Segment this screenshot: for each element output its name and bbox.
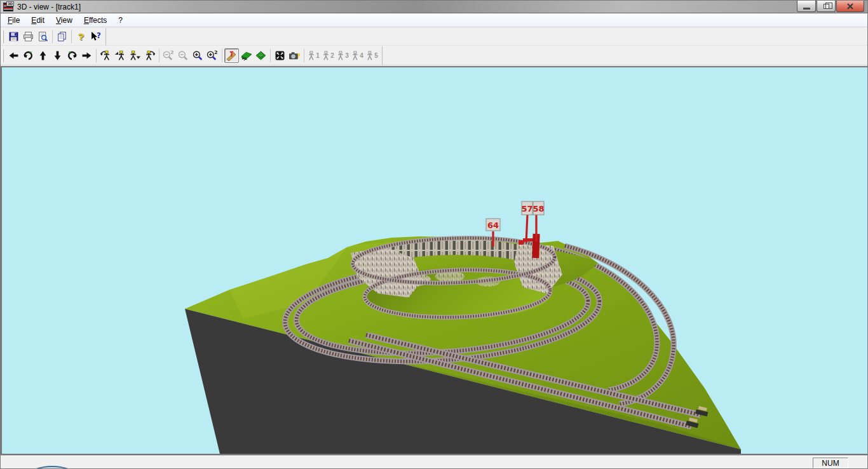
pan-left-button[interactable] (6, 48, 21, 63)
close-icon (846, 3, 854, 10)
zoom-out-2x-button[interactable]: 2 (161, 48, 176, 63)
close-button[interactable] (836, 1, 864, 12)
viewpoint-person-icon (351, 51, 360, 61)
viewpoint-2-button[interactable]: 2 (321, 48, 336, 63)
viewpoint-4-button[interactable]: 4 (350, 48, 365, 63)
zoom-out-icon (178, 50, 189, 61)
arrow-up-icon (37, 50, 48, 61)
toolbar-separator (270, 49, 271, 62)
print-icon (23, 31, 34, 42)
zoom-out-button[interactable] (176, 48, 191, 63)
view-toolbar-band: 2 (1, 46, 383, 65)
toolbar-separator (52, 30, 53, 43)
svg-text:2: 2 (214, 50, 217, 55)
snapshot-button[interactable]: ? (287, 48, 302, 63)
pan-right-button[interactable] (79, 48, 94, 63)
fit-view-icon (275, 50, 285, 61)
menu-file[interactable]: File (2, 15, 25, 26)
help-icon: ? (78, 31, 84, 42)
zoom-out-2x-icon: 2 (163, 50, 175, 61)
app-icon[interactable]: 3D (3, 3, 13, 11)
restore-icon (824, 4, 829, 9)
observer-rotate-right-button[interactable] (142, 48, 157, 63)
context-help-icon: ? (90, 31, 102, 42)
show-terrain-grid-button[interactable] (254, 48, 268, 63)
svg-text:?: ? (97, 31, 101, 40)
track-gradient-toggle-button[interactable] (224, 48, 239, 63)
fit-view-button[interactable] (273, 48, 287, 63)
observer-rotate-left-button[interactable] (98, 48, 113, 63)
zoom-in-2x-icon: 2 (207, 50, 219, 61)
show-roofs-button[interactable] (239, 48, 254, 63)
print-preview-icon (37, 31, 48, 42)
minimize-button[interactable] (797, 1, 816, 12)
track-gradient-icon (226, 50, 237, 61)
zoom-in-icon (193, 50, 203, 61)
arrow-right-icon (81, 50, 92, 61)
marker-red-base (519, 240, 524, 245)
rotate-right-button[interactable] (65, 48, 79, 63)
viewpoint-1-button[interactable]: 1 (306, 48, 321, 63)
3d-scene: 64 57 58 (2, 67, 867, 454)
print-button[interactable] (21, 29, 36, 44)
svg-text:64: 64 (487, 221, 499, 230)
toolbar-separator (96, 49, 97, 62)
viewpoint-3-button[interactable]: 3 (336, 48, 350, 63)
arrow-left-icon (8, 50, 19, 61)
copy-button[interactable] (55, 29, 69, 44)
menu-effects[interactable]: Effects (78, 15, 112, 26)
app-icon-3d-badge: 3D (6, 1, 14, 6)
roof-icon (240, 50, 252, 61)
observer-down-icon (129, 50, 141, 61)
main-toolbar-band: ? ? (1, 28, 106, 45)
observer-up-button[interactable] (113, 48, 128, 63)
observer-rotate-left-icon (100, 50, 112, 61)
toolbar-separator (222, 49, 222, 62)
menu-edit[interactable]: Edit (25, 15, 50, 26)
help-button[interactable]: ? (74, 29, 88, 44)
main-toolbar: ? ? (1, 28, 867, 46)
window-controls (796, 1, 864, 12)
zoom-in-button[interactable] (191, 48, 205, 63)
pan-up-button[interactable] (36, 48, 50, 63)
terrain-grid-icon (255, 50, 266, 61)
view-toolbar: 2 (1, 46, 867, 65)
svg-text:2: 2 (170, 50, 173, 55)
pan-down-button[interactable] (50, 48, 65, 63)
save-icon (8, 31, 19, 42)
print-preview-button[interactable] (36, 29, 50, 44)
menu-view[interactable]: View (50, 15, 78, 26)
save-button[interactable] (6, 29, 21, 44)
rotate-left-icon (23, 50, 34, 61)
copy-icon (57, 31, 67, 42)
toolbar-separator (159, 49, 159, 62)
viewpoint-person-icon (308, 51, 316, 61)
restore-button[interactable] (817, 1, 836, 12)
app-window: 3D 3D - view - [track1] File Edit View E… (0, 0, 868, 469)
viewpoint-5-button[interactable]: 5 (365, 48, 379, 63)
toolbar-gripper[interactable] (2, 31, 4, 43)
start-orb[interactable] (29, 466, 76, 469)
arrow-down-icon (52, 50, 63, 61)
window-title: 3D - view - [track1] (17, 3, 81, 11)
rotate-left-button[interactable] (21, 48, 36, 63)
title-bar[interactable]: 3D 3D - view - [track1] (1, 1, 867, 13)
camera-icon: ? (288, 50, 301, 61)
viewpoint-person-icon (337, 51, 345, 61)
toolbar-gripper[interactable] (2, 50, 4, 62)
menu-help[interactable]: ? (112, 15, 128, 26)
svg-text:57: 57 (521, 204, 532, 214)
observer-up-icon (114, 50, 126, 61)
toolbar-separator (71, 30, 72, 43)
observer-down-button[interactable] (128, 48, 142, 63)
svg-text:58: 58 (532, 204, 544, 214)
status-bar: NUM (1, 455, 868, 469)
svg-text:?: ? (297, 53, 301, 59)
menu-bar: File Edit View Effects ? (1, 14, 867, 27)
toolbar-separator (304, 49, 304, 62)
viewpoint-person-icon (322, 51, 330, 61)
context-help-button[interactable]: ? (88, 29, 103, 44)
3d-viewport[interactable]: 64 57 58 (1, 66, 868, 455)
zoom-in-2x-button[interactable]: 2 (205, 48, 220, 63)
viewpoint-person-icon (366, 51, 374, 61)
